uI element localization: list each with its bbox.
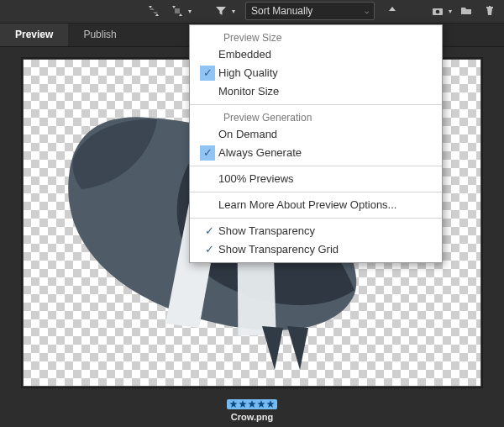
star-icon — [239, 400, 247, 409]
menu-item-label: Monitor Size — [218, 85, 430, 98]
menu-item-monitor-size[interactable]: Monitor Size — [190, 82, 442, 101]
menu-separator — [190, 104, 442, 105]
menu-section-header: Preview Generation — [190, 108, 442, 125]
funnel-icon — [214, 4, 228, 18]
menu-item-label: Show Transparency — [218, 224, 430, 237]
file-info-bar: Crow.png — [0, 395, 504, 427]
tab-label: Publish — [83, 29, 116, 40]
rotate-ccw-button[interactable] — [144, 2, 163, 20]
folder-icon — [459, 4, 473, 18]
checkmark-icon: ✓ — [200, 243, 218, 256]
menu-separator — [190, 166, 442, 166]
menu-item-on-demand[interactable]: On Demand — [190, 125, 442, 144]
chevron-down-icon[interactable]: ▾ — [188, 8, 192, 15]
svg-point-2 — [436, 10, 440, 14]
menu-item-label: Embedded — [218, 48, 430, 61]
delete-button[interactable] — [480, 2, 499, 20]
menu-item-embedded[interactable]: Embedded — [190, 45, 442, 64]
menu-section-header: Preview Size — [190, 29, 442, 45]
checkmark-icon: ✓ — [200, 224, 218, 237]
tab-preview[interactable]: Preview — [0, 24, 68, 46]
menu-item-show-transparency[interactable]: ✓ Show Transparency — [190, 222, 442, 240]
new-folder-button[interactable] — [457, 2, 475, 20]
star-icon — [229, 400, 238, 409]
arrow-up-icon — [386, 4, 399, 18]
filename-label: Crow.png — [231, 412, 273, 422]
menu-item-high-quality[interactable]: ✓ High Quality — [190, 64, 442, 82]
sort-dropdown[interactable]: Sort Manually ⌵ — [245, 2, 375, 20]
filter-button[interactable] — [212, 2, 230, 20]
star-icon — [248, 400, 256, 409]
menu-item-label: Learn More About Preview Options... — [218, 198, 430, 211]
chevron-down-icon[interactable]: ▾ — [232, 8, 235, 15]
menu-item-label: On Demand — [218, 128, 430, 140]
star-icon — [266, 400, 275, 409]
menu-separator — [190, 192, 442, 192]
menu-item-label: High Quality — [218, 66, 430, 79]
content-area: Preview Size Embedded ✓ High Quality Mon… — [0, 47, 504, 395]
menu-item-always-generate[interactable]: ✓ Always Generate — [190, 144, 442, 162]
tab-publish[interactable]: Publish — [68, 24, 131, 46]
app-window: ▾ ▾ Sort Manually ⌵ ▾ Pr — [0, 0, 504, 427]
camera-icon — [431, 4, 444, 18]
toolbar-right-group: ▾ — [428, 2, 499, 20]
rotate-ccw-icon — [147, 4, 160, 18]
preview-options-menu: Preview Size Embedded ✓ High Quality Mon… — [189, 24, 443, 263]
tab-label: Preview — [15, 29, 53, 40]
menu-item-learn-more[interactable]: Learn More About Preview Options... — [190, 196, 442, 214]
menu-item-label: 100% Previews — [218, 172, 430, 185]
menu-item-show-transparency-grid[interactable]: ✓ Show Transparency Grid — [190, 240, 442, 259]
chevron-down-icon: ⌵ — [365, 7, 369, 15]
checkmark-icon: ✓ — [200, 66, 215, 81]
checkmark-icon: ✓ — [200, 145, 215, 161]
svg-rect-0 — [175, 8, 180, 13]
rotate-cw-icon — [171, 4, 184, 18]
rotate-cw-button[interactable] — [168, 2, 186, 20]
main-toolbar: ▾ ▾ Sort Manually ⌵ ▾ — [0, 0, 504, 24]
sort-ascending-button[interactable] — [383, 2, 402, 20]
menu-item-100-percent-previews[interactable]: 100% Previews — [190, 170, 442, 188]
trash-icon — [483, 4, 496, 18]
star-icon — [257, 400, 265, 409]
menu-item-label: Show Transparency Grid — [218, 243, 430, 256]
open-recent-button[interactable] — [428, 2, 447, 20]
chevron-down-icon[interactable]: ▾ — [449, 8, 452, 15]
sort-dropdown-label: Sort Manually — [251, 5, 312, 17]
menu-separator — [190, 218, 442, 219]
rating-stars[interactable] — [227, 399, 277, 409]
menu-item-label: Always Generate — [218, 146, 430, 159]
